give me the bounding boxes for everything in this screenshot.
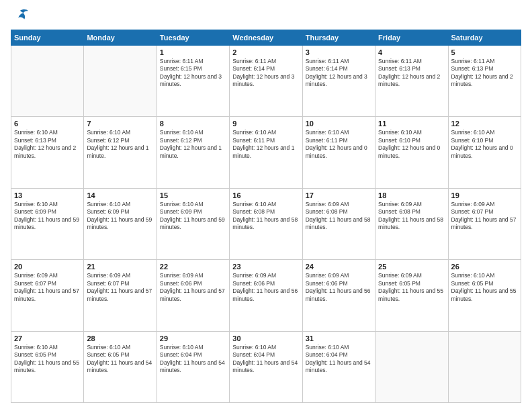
- calendar-cell: 8Sunrise: 6:10 AM Sunset: 6:12 PM Daylig…: [157, 117, 229, 188]
- cell-sun-info: Sunrise: 6:10 AM Sunset: 6:05 PM Dayligh…: [14, 344, 81, 375]
- calendar-cell: 4Sunrise: 6:11 AM Sunset: 6:13 PM Daylig…: [375, 46, 448, 117]
- day-number: 20: [14, 263, 81, 271]
- calendar-cell: 5Sunrise: 6:11 AM Sunset: 6:13 PM Daylig…: [448, 46, 521, 117]
- cell-sun-info: Sunrise: 6:10 AM Sunset: 6:12 PM Dayligh…: [87, 129, 153, 160]
- cell-sun-info: Sunrise: 6:10 AM Sunset: 6:13 PM Dayligh…: [14, 129, 81, 160]
- cell-sun-info: Sunrise: 6:11 AM Sunset: 6:13 PM Dayligh…: [378, 58, 445, 89]
- day-number: 12: [451, 120, 518, 128]
- cell-sun-info: Sunrise: 6:10 AM Sunset: 6:04 PM Dayligh…: [232, 344, 299, 375]
- weekday-sunday: Sunday: [11, 30, 84, 46]
- calendar-cell: 15Sunrise: 6:10 AM Sunset: 6:09 PM Dayli…: [157, 188, 229, 259]
- calendar-cell: [11, 46, 84, 117]
- cell-sun-info: Sunrise: 6:11 AM Sunset: 6:15 PM Dayligh…: [160, 58, 226, 89]
- day-number: 14: [87, 191, 153, 199]
- cell-sun-info: Sunrise: 6:10 AM Sunset: 6:10 PM Dayligh…: [378, 129, 445, 160]
- day-number: 11: [378, 120, 445, 128]
- cell-sun-info: Sunrise: 6:11 AM Sunset: 6:13 PM Dayligh…: [451, 58, 518, 89]
- day-number: 10: [306, 120, 372, 128]
- weekday-saturday: Saturday: [448, 30, 521, 46]
- calendar-cell: 24Sunrise: 6:09 AM Sunset: 6:06 PM Dayli…: [302, 260, 375, 331]
- calendar-cell: 16Sunrise: 6:10 AM Sunset: 6:08 PM Dayli…: [230, 188, 302, 259]
- logo: [11, 8, 32, 23]
- page: SundayMondayTuesdayWednesdayThursdayFrid…: [0, 0, 532, 411]
- week-row-5: 27Sunrise: 6:10 AM Sunset: 6:05 PM Dayli…: [11, 331, 521, 402]
- calendar-cell: 3Sunrise: 6:11 AM Sunset: 6:14 PM Daylig…: [302, 46, 375, 117]
- cell-sun-info: Sunrise: 6:10 AM Sunset: 6:05 PM Dayligh…: [87, 344, 153, 375]
- day-number: 24: [306, 263, 372, 271]
- calendar-cell: 9Sunrise: 6:10 AM Sunset: 6:11 PM Daylig…: [230, 117, 302, 188]
- cell-sun-info: Sunrise: 6:10 AM Sunset: 6:11 PM Dayligh…: [232, 129, 299, 160]
- calendar-cell: 18Sunrise: 6:09 AM Sunset: 6:08 PM Dayli…: [375, 188, 448, 259]
- calendar-table: SundayMondayTuesdayWednesdayThursdayFrid…: [11, 30, 521, 403]
- cell-sun-info: Sunrise: 6:09 AM Sunset: 6:06 PM Dayligh…: [160, 272, 226, 303]
- header: [11, 8, 521, 23]
- calendar-cell: 13Sunrise: 6:10 AM Sunset: 6:09 PM Dayli…: [11, 188, 84, 259]
- calendar-cell: 12Sunrise: 6:10 AM Sunset: 6:10 PM Dayli…: [448, 117, 521, 188]
- day-number: 6: [14, 120, 81, 128]
- day-number: 2: [232, 48, 299, 56]
- day-number: 7: [87, 120, 153, 128]
- weekday-thursday: Thursday: [302, 30, 375, 46]
- calendar-cell: [448, 331, 521, 402]
- cell-sun-info: Sunrise: 6:11 AM Sunset: 6:14 PM Dayligh…: [232, 58, 299, 89]
- day-number: 25: [378, 263, 445, 271]
- day-number: 29: [160, 334, 226, 342]
- day-number: 1: [160, 48, 226, 56]
- cell-sun-info: Sunrise: 6:10 AM Sunset: 6:04 PM Dayligh…: [160, 344, 226, 375]
- calendar-cell: 29Sunrise: 6:10 AM Sunset: 6:04 PM Dayli…: [157, 331, 229, 402]
- day-number: 4: [378, 48, 445, 56]
- weekday-wednesday: Wednesday: [230, 30, 302, 46]
- weekday-tuesday: Tuesday: [157, 30, 229, 46]
- week-row-4: 20Sunrise: 6:09 AM Sunset: 6:07 PM Dayli…: [11, 260, 521, 331]
- day-number: 28: [87, 334, 153, 342]
- cell-sun-info: Sunrise: 6:09 AM Sunset: 6:07 PM Dayligh…: [14, 272, 81, 303]
- week-row-3: 13Sunrise: 6:10 AM Sunset: 6:09 PM Dayli…: [11, 188, 521, 259]
- calendar-cell: 21Sunrise: 6:09 AM Sunset: 6:07 PM Dayli…: [84, 260, 157, 331]
- calendar-cell: 1Sunrise: 6:11 AM Sunset: 6:15 PM Daylig…: [157, 46, 229, 117]
- calendar-cell: 7Sunrise: 6:10 AM Sunset: 6:12 PM Daylig…: [84, 117, 157, 188]
- calendar-cell: 14Sunrise: 6:10 AM Sunset: 6:09 PM Dayli…: [84, 188, 157, 259]
- cell-sun-info: Sunrise: 6:10 AM Sunset: 6:04 PM Dayligh…: [306, 344, 372, 375]
- day-number: 27: [14, 334, 81, 342]
- weekday-monday: Monday: [84, 30, 157, 46]
- calendar-cell: 6Sunrise: 6:10 AM Sunset: 6:13 PM Daylig…: [11, 117, 84, 188]
- cell-sun-info: Sunrise: 6:09 AM Sunset: 6:06 PM Dayligh…: [232, 272, 299, 303]
- cell-sun-info: Sunrise: 6:10 AM Sunset: 6:09 PM Dayligh…: [14, 201, 81, 232]
- cell-sun-info: Sunrise: 6:09 AM Sunset: 6:07 PM Dayligh…: [451, 201, 518, 232]
- cell-sun-info: Sunrise: 6:10 AM Sunset: 6:09 PM Dayligh…: [87, 201, 153, 232]
- cell-sun-info: Sunrise: 6:09 AM Sunset: 6:05 PM Dayligh…: [378, 272, 445, 303]
- day-number: 8: [160, 120, 226, 128]
- cell-sun-info: Sunrise: 6:09 AM Sunset: 6:07 PM Dayligh…: [87, 272, 153, 303]
- cell-sun-info: Sunrise: 6:10 AM Sunset: 6:05 PM Dayligh…: [451, 272, 518, 303]
- calendar-cell: 28Sunrise: 6:10 AM Sunset: 6:05 PM Dayli…: [84, 331, 157, 402]
- cell-sun-info: Sunrise: 6:10 AM Sunset: 6:11 PM Dayligh…: [306, 129, 372, 160]
- calendar-cell: 23Sunrise: 6:09 AM Sunset: 6:06 PM Dayli…: [230, 260, 302, 331]
- cell-sun-info: Sunrise: 6:10 AM Sunset: 6:10 PM Dayligh…: [451, 129, 518, 160]
- calendar-cell: 31Sunrise: 6:10 AM Sunset: 6:04 PM Dayli…: [302, 331, 375, 402]
- day-number: 5: [451, 48, 518, 56]
- calendar-cell: 25Sunrise: 6:09 AM Sunset: 6:05 PM Dayli…: [375, 260, 448, 331]
- cell-sun-info: Sunrise: 6:11 AM Sunset: 6:14 PM Dayligh…: [306, 58, 372, 89]
- day-number: 26: [451, 263, 518, 271]
- calendar-cell: 22Sunrise: 6:09 AM Sunset: 6:06 PM Dayli…: [157, 260, 229, 331]
- day-number: 9: [232, 120, 299, 128]
- cell-sun-info: Sunrise: 6:09 AM Sunset: 6:08 PM Dayligh…: [378, 201, 445, 232]
- logo-icon: [11, 8, 30, 23]
- calendar-cell: 10Sunrise: 6:10 AM Sunset: 6:11 PM Dayli…: [302, 117, 375, 188]
- calendar-cell: 30Sunrise: 6:10 AM Sunset: 6:04 PM Dayli…: [230, 331, 302, 402]
- day-number: 3: [306, 48, 372, 56]
- cell-sun-info: Sunrise: 6:10 AM Sunset: 6:08 PM Dayligh…: [232, 201, 299, 232]
- day-number: 19: [451, 191, 518, 199]
- cell-sun-info: Sunrise: 6:09 AM Sunset: 6:06 PM Dayligh…: [306, 272, 372, 303]
- weekday-friday: Friday: [375, 30, 448, 46]
- day-number: 22: [160, 263, 226, 271]
- calendar-cell: 26Sunrise: 6:10 AM Sunset: 6:05 PM Dayli…: [448, 260, 521, 331]
- day-number: 18: [378, 191, 445, 199]
- day-number: 13: [14, 191, 81, 199]
- day-number: 31: [306, 334, 372, 342]
- cell-sun-info: Sunrise: 6:09 AM Sunset: 6:08 PM Dayligh…: [306, 201, 372, 232]
- weekday-header-row: SundayMondayTuesdayWednesdayThursdayFrid…: [11, 30, 521, 46]
- day-number: 30: [232, 334, 299, 342]
- week-row-2: 6Sunrise: 6:10 AM Sunset: 6:13 PM Daylig…: [11, 117, 521, 188]
- calendar-cell: [375, 331, 448, 402]
